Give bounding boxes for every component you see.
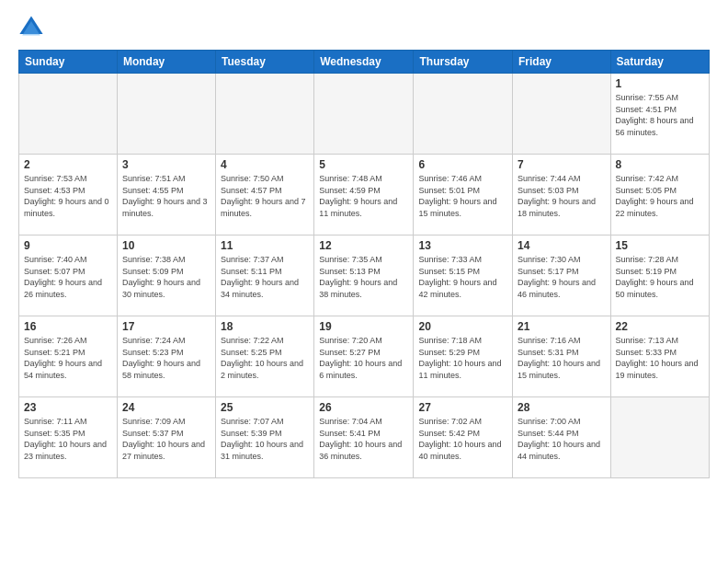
day-number: 27 [418,401,507,414]
day-info: Sunrise: 7:37 AM Sunset: 5:11 PM Dayligh… [221,254,309,300]
day-number: 19 [319,320,408,333]
calendar-cell: 12Sunrise: 7:35 AM Sunset: 5:13 PM Dayli… [314,236,414,316]
calendar-cell: 2Sunrise: 7:53 AM Sunset: 4:53 PM Daylig… [19,155,118,236]
calendar-cell: 24Sunrise: 7:09 AM Sunset: 5:37 PM Dayli… [117,397,215,478]
calendar-cell: 20Sunrise: 7:18 AM Sunset: 5:29 PM Dayli… [414,316,513,397]
calendar-cell: 10Sunrise: 7:38 AM Sunset: 5:09 PM Dayli… [117,236,215,316]
day-number: 2 [24,158,112,171]
day-number: 5 [319,158,408,171]
day-number: 3 [122,158,210,171]
day-number: 4 [221,158,309,171]
day-number: 20 [418,320,507,333]
day-number: 12 [319,239,408,252]
logo-icon [18,15,44,40]
day-info: Sunrise: 7:35 AM Sunset: 5:13 PM Dayligh… [319,254,408,300]
calendar-cell: 19Sunrise: 7:20 AM Sunset: 5:27 PM Dayli… [314,316,414,397]
calendar: SundayMondayTuesdayWednesdayThursdayFrid… [18,50,710,478]
day-info: Sunrise: 7:22 AM Sunset: 5:25 PM Dayligh… [221,335,309,381]
header [18,15,710,40]
calendar-cell [19,74,118,155]
calendar-week-row: 1Sunrise: 7:55 AM Sunset: 4:51 PM Daylig… [19,74,710,155]
weekday-header-row: SundayMondayTuesdayWednesdayThursdayFrid… [19,51,710,74]
day-info: Sunrise: 7:48 AM Sunset: 4:59 PM Dayligh… [319,173,408,219]
day-number: 24 [122,401,210,414]
day-info: Sunrise: 7:07 AM Sunset: 5:39 PM Dayligh… [221,416,309,462]
day-number: 22 [616,320,704,333]
day-number: 9 [24,239,112,252]
calendar-cell: 4Sunrise: 7:50 AM Sunset: 4:57 PM Daylig… [216,155,314,236]
calendar-cell: 15Sunrise: 7:28 AM Sunset: 5:19 PM Dayli… [610,236,709,316]
calendar-cell: 25Sunrise: 7:07 AM Sunset: 5:39 PM Dayli… [216,397,314,478]
day-number: 14 [518,239,606,252]
day-info: Sunrise: 7:44 AM Sunset: 5:03 PM Dayligh… [518,173,606,219]
day-info: Sunrise: 7:42 AM Sunset: 5:05 PM Dayligh… [616,173,704,219]
weekday-header: Wednesday [314,51,414,74]
calendar-cell [414,74,513,155]
weekday-header: Saturday [610,51,709,74]
day-number: 15 [616,239,704,252]
day-info: Sunrise: 7:40 AM Sunset: 5:07 PM Dayligh… [24,254,112,300]
day-info: Sunrise: 7:13 AM Sunset: 5:33 PM Dayligh… [616,335,704,381]
calendar-cell [216,74,314,155]
calendar-cell: 16Sunrise: 7:26 AM Sunset: 5:21 PM Dayli… [19,316,118,397]
page: SundayMondayTuesdayWednesdayThursdayFrid… [0,0,728,563]
day-info: Sunrise: 7:50 AM Sunset: 4:57 PM Dayligh… [221,173,309,219]
day-number: 7 [518,158,606,171]
day-number: 21 [518,320,606,333]
day-info: Sunrise: 7:09 AM Sunset: 5:37 PM Dayligh… [122,416,210,462]
day-number: 17 [122,320,210,333]
calendar-cell: 23Sunrise: 7:11 AM Sunset: 5:35 PM Dayli… [19,397,118,478]
day-info: Sunrise: 7:02 AM Sunset: 5:42 PM Dayligh… [418,416,507,462]
calendar-cell: 26Sunrise: 7:04 AM Sunset: 5:41 PM Dayli… [314,397,414,478]
day-info: Sunrise: 7:55 AM Sunset: 4:51 PM Dayligh… [616,92,704,138]
day-number: 18 [221,320,309,333]
weekday-header: Monday [117,51,215,74]
day-info: Sunrise: 7:04 AM Sunset: 5:41 PM Dayligh… [319,416,408,462]
calendar-cell: 21Sunrise: 7:16 AM Sunset: 5:31 PM Dayli… [513,316,611,397]
calendar-cell: 7Sunrise: 7:44 AM Sunset: 5:03 PM Daylig… [513,155,611,236]
day-info: Sunrise: 7:11 AM Sunset: 5:35 PM Dayligh… [24,416,112,462]
day-number: 11 [221,239,309,252]
calendar-cell: 13Sunrise: 7:33 AM Sunset: 5:15 PM Dayli… [414,236,513,316]
day-number: 1 [616,77,704,90]
day-info: Sunrise: 7:51 AM Sunset: 4:55 PM Dayligh… [122,173,210,219]
calendar-cell: 11Sunrise: 7:37 AM Sunset: 5:11 PM Dayli… [216,236,314,316]
calendar-cell: 18Sunrise: 7:22 AM Sunset: 5:25 PM Dayli… [216,316,314,397]
calendar-cell: 14Sunrise: 7:30 AM Sunset: 5:17 PM Dayli… [513,236,611,316]
day-info: Sunrise: 7:33 AM Sunset: 5:15 PM Dayligh… [418,254,507,300]
calendar-cell [513,74,611,155]
day-number: 6 [418,158,507,171]
weekday-header: Tuesday [216,51,314,74]
calendar-cell: 28Sunrise: 7:00 AM Sunset: 5:44 PM Dayli… [513,397,611,478]
day-info: Sunrise: 7:53 AM Sunset: 4:53 PM Dayligh… [24,173,112,219]
day-number: 13 [418,239,507,252]
weekday-header: Sunday [19,51,118,74]
day-info: Sunrise: 7:18 AM Sunset: 5:29 PM Dayligh… [418,335,507,381]
day-number: 10 [122,239,210,252]
calendar-cell: 8Sunrise: 7:42 AM Sunset: 5:05 PM Daylig… [610,155,709,236]
day-info: Sunrise: 7:28 AM Sunset: 5:19 PM Dayligh… [616,254,704,300]
calendar-cell: 6Sunrise: 7:46 AM Sunset: 5:01 PM Daylig… [414,155,513,236]
day-number: 26 [319,401,408,414]
weekday-header: Thursday [414,51,513,74]
calendar-cell: 3Sunrise: 7:51 AM Sunset: 4:55 PM Daylig… [117,155,215,236]
calendar-cell: 22Sunrise: 7:13 AM Sunset: 5:33 PM Dayli… [610,316,709,397]
calendar-week-row: 2Sunrise: 7:53 AM Sunset: 4:53 PM Daylig… [19,155,710,236]
calendar-week-row: 9Sunrise: 7:40 AM Sunset: 5:07 PM Daylig… [19,236,710,316]
calendar-cell: 27Sunrise: 7:02 AM Sunset: 5:42 PM Dayli… [414,397,513,478]
day-info: Sunrise: 7:00 AM Sunset: 5:44 PM Dayligh… [518,416,606,462]
day-info: Sunrise: 7:46 AM Sunset: 5:01 PM Dayligh… [418,173,507,219]
calendar-cell [117,74,215,155]
calendar-cell [610,397,709,478]
calendar-week-row: 23Sunrise: 7:11 AM Sunset: 5:35 PM Dayli… [19,397,710,478]
day-info: Sunrise: 7:26 AM Sunset: 5:21 PM Dayligh… [24,335,112,381]
day-number: 23 [24,401,112,414]
calendar-cell: 5Sunrise: 7:48 AM Sunset: 4:59 PM Daylig… [314,155,414,236]
weekday-header: Friday [513,51,611,74]
calendar-cell: 9Sunrise: 7:40 AM Sunset: 5:07 PM Daylig… [19,236,118,316]
day-info: Sunrise: 7:24 AM Sunset: 5:23 PM Dayligh… [122,335,210,381]
day-info: Sunrise: 7:30 AM Sunset: 5:17 PM Dayligh… [518,254,606,300]
calendar-cell: 1Sunrise: 7:55 AM Sunset: 4:51 PM Daylig… [610,74,709,155]
day-number: 16 [24,320,112,333]
calendar-cell [314,74,414,155]
